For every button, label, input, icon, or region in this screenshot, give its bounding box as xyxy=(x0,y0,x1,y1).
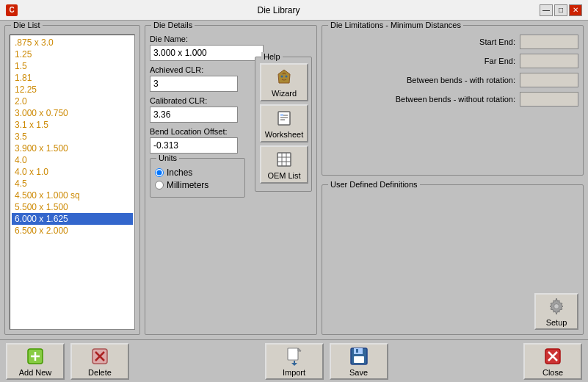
save-label: Save xyxy=(349,368,368,377)
die-name-input[interactable] xyxy=(150,45,264,61)
setup-icon xyxy=(546,296,567,317)
svg-point-13 xyxy=(554,304,559,309)
die-name-label: Die Name: xyxy=(150,35,312,43)
list-item[interactable]: 3.5 xyxy=(12,131,133,143)
far-end-input[interactable] xyxy=(520,54,578,68)
list-item[interactable]: 1.25 xyxy=(12,48,133,60)
millimeters-radio[interactable] xyxy=(155,181,164,190)
close-window-button[interactable]: ✕ xyxy=(569,4,582,16)
wizard-button[interactable]: Wizard xyxy=(260,63,308,101)
save-icon xyxy=(349,346,369,367)
window-title: Die Library xyxy=(18,5,540,15)
svg-rect-6 xyxy=(280,114,283,116)
oem-list-label: OEM List xyxy=(267,171,300,180)
list-item[interactable]: 1.5 xyxy=(12,60,133,72)
start-end-row: Start End: xyxy=(327,35,578,49)
worksheet-icon xyxy=(274,108,294,129)
units-label: Units xyxy=(156,154,179,162)
inches-radio[interactable] xyxy=(155,168,164,177)
help-label: Help xyxy=(261,52,283,61)
list-item[interactable]: 5.500 x 1.500 xyxy=(12,201,133,213)
list-item[interactable]: 3.1 x 1.5 xyxy=(12,119,133,131)
minimize-button[interactable]: — xyxy=(540,4,553,16)
toolbar: Add New Delete xyxy=(0,339,588,382)
close-label: Close xyxy=(542,368,563,377)
app-icon: C xyxy=(6,4,18,16)
achieved-clr-input[interactable] xyxy=(150,76,238,92)
svg-rect-2 xyxy=(278,112,290,125)
between-bends-norot-label: Between bends - without rotation: xyxy=(396,95,515,104)
die-details-label: Die Details xyxy=(151,21,195,29)
between-bends-rot-input[interactable] xyxy=(520,73,578,87)
list-item[interactable]: 3.900 x 1.500 xyxy=(12,143,133,154)
far-end-label: Far End: xyxy=(484,57,515,65)
svg-rect-28 xyxy=(356,349,358,353)
delete-button[interactable]: Delete xyxy=(70,343,129,380)
svg-point-0 xyxy=(281,76,283,78)
user-defined-label: User Defined Definitions xyxy=(328,180,420,189)
oem-list-button[interactable]: OEM List xyxy=(260,145,308,184)
add-new-label: Add New xyxy=(19,368,52,377)
help-group: Help Wizard xyxy=(255,57,312,192)
units-group: Units Inches Millimeters xyxy=(150,158,245,198)
die-details-panel: Die Details Die Name: Achieved CLR: Spri… xyxy=(145,25,317,335)
wizard-icon xyxy=(274,67,294,87)
list-item[interactable]: 4.5 xyxy=(12,178,133,190)
import-label: Import xyxy=(283,368,305,377)
import-icon xyxy=(284,346,305,367)
between-bends-rot-row: Between bends - with rotation: xyxy=(327,73,578,87)
inches-option: Inches xyxy=(155,167,240,178)
die-list-panel: Die List .875 x 3.01.251.51.8112.252.03.… xyxy=(4,25,140,335)
worksheet-label: Worksheet xyxy=(265,130,303,139)
die-list-label: Die List xyxy=(11,21,43,29)
millimeters-label: Millimeters xyxy=(167,180,208,190)
list-item[interactable]: 4.500 x 1.000 sq xyxy=(12,190,133,201)
list-item[interactable]: 12.25 xyxy=(12,84,133,96)
start-end-label: Start End: xyxy=(479,37,515,46)
close-icon xyxy=(542,346,563,367)
millimeters-option: Millimeters xyxy=(155,180,240,190)
main-content: Die List .875 x 3.01.251.51.8112.252.03.… xyxy=(0,21,588,382)
list-item[interactable]: 1.81 xyxy=(12,72,133,84)
svg-marker-24 xyxy=(291,363,297,366)
list-item[interactable]: 4.0 xyxy=(12,154,133,166)
wizard-label: Wizard xyxy=(272,89,297,98)
import-button[interactable]: Import xyxy=(265,343,324,380)
die-list-box[interactable]: .875 x 3.01.251.51.8112.252.03.000 x 0.7… xyxy=(10,35,135,330)
svg-rect-7 xyxy=(277,153,291,166)
svg-rect-20 xyxy=(288,348,298,360)
svg-point-1 xyxy=(286,76,288,78)
setup-label: Setup xyxy=(546,318,567,327)
list-item[interactable]: .875 x 3.0 xyxy=(12,37,133,48)
inches-label: Inches xyxy=(167,167,192,178)
svg-rect-27 xyxy=(354,356,364,363)
title-bar: C Die Library — □ ✕ xyxy=(0,0,588,21)
between-bends-rot-label: Between bends - with rotation: xyxy=(407,76,515,84)
start-end-input[interactable] xyxy=(520,35,578,49)
oem-list-icon xyxy=(274,149,294,170)
worksheet-button[interactable]: Worksheet xyxy=(260,104,308,143)
delete-label: Delete xyxy=(88,368,112,377)
far-end-row: Far End: xyxy=(327,54,578,68)
list-item[interactable]: 2.0 xyxy=(12,96,133,107)
die-limitations-label: Die Limitations - Minimum Distances xyxy=(328,21,463,29)
bend-offset-input[interactable] xyxy=(150,137,238,154)
between-bends-norot-row: Between bends - without rotation: xyxy=(327,92,578,107)
list-item[interactable]: 4.0 x 1.0 xyxy=(12,166,133,178)
right-panel: Die Limitations - Minimum Distances Star… xyxy=(322,25,584,335)
add-new-icon xyxy=(25,346,46,367)
close-button[interactable]: Close xyxy=(523,343,582,380)
setup-button[interactable]: Setup xyxy=(534,293,578,330)
maximize-button[interactable]: □ xyxy=(554,4,567,16)
user-defined-panel: User Defined Definitions Setup xyxy=(322,184,584,335)
delete-icon xyxy=(90,346,110,367)
save-button[interactable]: Save xyxy=(330,343,388,380)
window-controls: — □ ✕ xyxy=(540,4,582,16)
list-item[interactable]: 6.500 x 2.000 xyxy=(12,225,133,237)
between-bends-norot-input[interactable] xyxy=(520,92,578,107)
list-item[interactable]: 6.000 x 1.625 xyxy=(12,213,133,225)
die-limitations-panel: Die Limitations - Minimum Distances Star… xyxy=(322,25,584,176)
calibrated-clr-input[interactable] xyxy=(150,107,238,123)
add-new-button[interactable]: Add New xyxy=(6,343,65,380)
list-item[interactable]: 3.000 x 0.750 xyxy=(12,107,133,119)
